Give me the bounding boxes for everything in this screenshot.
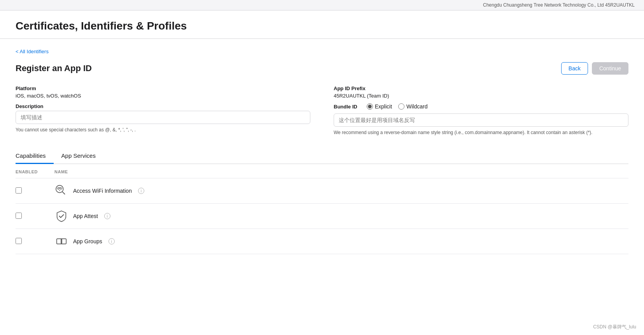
radio-explicit-label: Explicit xyxy=(375,103,392,110)
col-enabled: ENABLED xyxy=(16,164,54,178)
checkbox-wifi[interactable] xyxy=(16,187,22,194)
checkbox-groups[interactable] xyxy=(16,238,22,244)
table-row: App Attest i xyxy=(16,204,628,229)
capability-attest: App Attest i xyxy=(54,209,628,223)
app-groups-icon xyxy=(54,234,68,248)
svg-point-1 xyxy=(59,190,60,191)
tab-capabilities[interactable]: Capabilities xyxy=(16,148,54,164)
platform-value: iOS, macOS, tvOS, watchOS xyxy=(16,93,310,99)
capability-wifi: Access WiFi Information i xyxy=(54,184,628,198)
table-row: App Groups i xyxy=(16,229,628,254)
breadcrumb-link[interactable]: All Identifiers xyxy=(16,49,49,54)
bundle-id-label: Bundle ID xyxy=(334,104,357,110)
radio-explicit[interactable]: Explicit xyxy=(367,103,392,110)
radio-wildcard-label: Wildcard xyxy=(406,103,427,110)
top-bar-text: Chengdu Chuangsheng Tree Network Technol… xyxy=(483,2,635,8)
capability-groups: App Groups i xyxy=(54,234,628,248)
action-buttons: Back Continue xyxy=(561,62,628,75)
app-attest-icon xyxy=(54,209,68,223)
checkbox-attest[interactable] xyxy=(16,213,22,219)
capability-attest-label: App Attest xyxy=(73,213,98,219)
back-button[interactable]: Back xyxy=(561,62,588,75)
capability-wifi-label: Access WiFi Information xyxy=(73,188,132,194)
attest-info-icon[interactable]: i xyxy=(104,213,110,219)
page-title: Certificates, Identifiers & Profiles xyxy=(16,20,628,32)
description-input[interactable] xyxy=(16,111,310,124)
capability-groups-label: App Groups xyxy=(73,238,102,244)
groups-info-icon[interactable]: i xyxy=(108,238,115,244)
wifi-search-icon xyxy=(54,184,68,198)
wifi-info-icon[interactable]: i xyxy=(138,188,144,194)
tab-app-services[interactable]: App Services xyxy=(61,148,103,164)
continue-button[interactable]: Continue xyxy=(592,62,628,75)
capabilities-table: ENABLED NAME xyxy=(16,164,628,254)
radio-wildcard-input[interactable] xyxy=(398,103,404,110)
bundle-id-hint: We recommend using a reverse-domain name… xyxy=(334,129,628,136)
radio-wildcard[interactable]: Wildcard xyxy=(398,103,427,110)
platform-label: Platform xyxy=(16,85,310,91)
tabs: Capabilities App Services xyxy=(16,148,628,164)
description-hint: You cannot use special characters such a… xyxy=(16,126,310,133)
svg-line-2 xyxy=(63,192,65,194)
app-id-prefix-value: 45R2UAUTKL (Team ID) xyxy=(334,93,628,99)
col-name: NAME xyxy=(54,164,628,178)
bundle-id-input[interactable] xyxy=(334,113,628,127)
app-id-prefix-label: App ID Prefix xyxy=(334,85,628,91)
table-row: Access WiFi Information i xyxy=(16,178,628,204)
radio-explicit-input[interactable] xyxy=(367,103,373,110)
description-label: Description xyxy=(16,103,310,109)
section-title: Register an App ID xyxy=(16,63,92,73)
